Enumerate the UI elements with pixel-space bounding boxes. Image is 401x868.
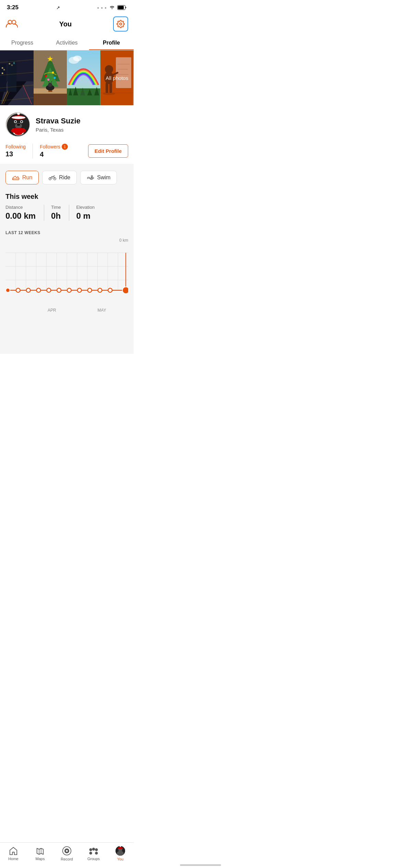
svg-point-67 xyxy=(12,116,25,119)
followers-badge: 1 xyxy=(62,144,68,150)
chart-km-label: 0 km xyxy=(5,238,128,243)
battery-icon xyxy=(117,5,127,10)
svg-point-92 xyxy=(26,288,31,292)
svg-point-25 xyxy=(47,79,49,81)
distance-label: Distance xyxy=(5,205,36,210)
status-bar: 3:25 ↗ ● ● ● xyxy=(0,0,134,14)
photo-4[interactable]: All photos xyxy=(100,50,134,105)
stats-row: Distance 0.00 km Time 0h Elevation 0 m xyxy=(5,205,128,221)
settings-button[interactable] xyxy=(113,16,128,32)
profile-text: Strava Suzie Paris, Texas xyxy=(36,117,81,133)
svg-point-59 xyxy=(17,124,20,126)
all-photos-overlay[interactable]: All photos xyxy=(100,50,134,105)
svg-point-100 xyxy=(108,288,112,292)
photo-2[interactable] xyxy=(34,50,67,105)
svg-rect-11 xyxy=(3,69,5,70)
stat-elevation: Elevation 0 m xyxy=(69,205,94,221)
gear-icon xyxy=(117,20,125,28)
follow-row: Following 13 Followers 1 4 Edit Profile xyxy=(5,144,128,158)
wifi-icon xyxy=(109,5,115,10)
svg-point-94 xyxy=(47,288,51,292)
all-photos-label: All photos xyxy=(106,75,128,81)
edit-profile-button[interactable]: Edit Profile xyxy=(88,144,128,158)
svg-rect-13 xyxy=(8,60,17,92)
photo-strip: All photos xyxy=(0,50,134,105)
svg-point-96 xyxy=(67,288,71,292)
svg-point-61 xyxy=(15,121,16,123)
svg-point-91 xyxy=(16,288,20,292)
svg-line-8 xyxy=(23,85,32,104)
photo-3[interactable] xyxy=(67,50,100,105)
time-value: 0h xyxy=(51,211,61,221)
svg-rect-9 xyxy=(0,64,6,92)
svg-point-98 xyxy=(88,288,92,292)
this-week-label: This week xyxy=(5,193,128,201)
profile-info: Strava Suzie Paris, Texas xyxy=(5,112,128,137)
svg-point-93 xyxy=(36,288,40,292)
stat-distance: Distance 0.00 km xyxy=(5,205,36,221)
followers-label: Followers 1 xyxy=(40,144,68,150)
svg-rect-16 xyxy=(13,62,15,64)
svg-line-6 xyxy=(2,85,11,104)
svg-point-101 xyxy=(122,287,128,294)
activity-tab-run[interactable]: Run xyxy=(5,171,39,184)
following-label: Following xyxy=(5,144,26,149)
following-count: 13 xyxy=(5,150,26,158)
svg-point-63 xyxy=(21,121,23,123)
svg-point-23 xyxy=(45,75,47,77)
x-label-may: MAY xyxy=(97,308,107,313)
svg-rect-18 xyxy=(34,92,67,105)
photo-1[interactable] xyxy=(0,50,34,105)
svg-point-95 xyxy=(57,288,61,292)
avatar[interactable] xyxy=(5,112,30,137)
followers-section[interactable]: Followers 1 4 xyxy=(33,144,75,158)
status-icons: ● ● ● xyxy=(97,5,127,10)
activity-tab-ride[interactable]: Ride xyxy=(42,171,77,184)
svg-line-7 xyxy=(3,85,12,104)
swim-label: Swim xyxy=(97,174,110,181)
svg-rect-14 xyxy=(9,63,10,64)
svg-rect-10 xyxy=(2,67,3,69)
svg-rect-5 xyxy=(0,81,34,105)
run-label: Run xyxy=(22,174,32,181)
chart-title: LAST 12 WEEKS xyxy=(5,230,128,235)
svg-rect-15 xyxy=(11,64,13,66)
shoe-icon xyxy=(12,174,20,181)
svg-point-26 xyxy=(53,77,56,79)
nav-header: You xyxy=(0,14,134,36)
stat-time: Time 0h xyxy=(44,205,61,221)
status-time: 3:25 xyxy=(7,4,19,11)
activity-tabs: Run Ride Swim xyxy=(5,171,128,184)
elevation-label: Elevation xyxy=(76,205,94,210)
tab-profile[interactable]: Profile xyxy=(89,36,134,50)
svg-point-34 xyxy=(73,56,82,61)
svg-point-29 xyxy=(48,83,52,87)
page-title: You xyxy=(59,20,72,28)
tab-activities[interactable]: Activities xyxy=(45,36,89,50)
elevation-value: 0 m xyxy=(76,211,94,221)
profile-section: Strava Suzie Paris, Texas Following 13 F… xyxy=(0,105,134,164)
ride-label: Ride xyxy=(59,174,70,181)
svg-point-90 xyxy=(6,288,10,292)
svg-point-97 xyxy=(77,288,82,292)
activity-tab-swim[interactable]: Swim xyxy=(80,171,117,184)
location-icon: ↗ xyxy=(56,5,60,10)
tab-bar: Progress Activities Profile xyxy=(0,36,134,50)
svg-rect-1 xyxy=(118,6,124,9)
profile-location: Paris, Texas xyxy=(36,127,81,133)
chart-area xyxy=(5,244,128,306)
signal-dots-icon: ● ● ● xyxy=(97,6,107,10)
time-label: Time xyxy=(51,205,61,210)
svg-rect-4 xyxy=(0,50,34,105)
profile-name: Strava Suzie xyxy=(36,117,81,125)
svg-point-99 xyxy=(98,288,102,292)
swim-icon xyxy=(87,174,94,181)
stats-section: Run Ride Swim This week Distan xyxy=(0,164,134,354)
svg-rect-12 xyxy=(2,73,3,74)
x-label-apr: APR xyxy=(47,308,57,313)
friends-button[interactable] xyxy=(5,19,18,29)
distance-value: 0.00 km xyxy=(5,211,36,221)
following-section[interactable]: Following 13 xyxy=(5,144,33,158)
tab-progress[interactable]: Progress xyxy=(0,36,45,50)
followers-count: 4 xyxy=(40,150,68,158)
